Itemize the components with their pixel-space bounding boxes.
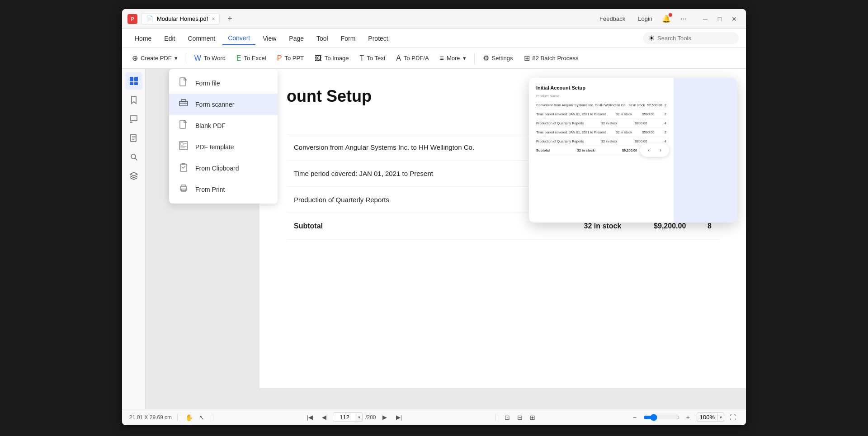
sidebar-layers-icon[interactable] bbox=[125, 167, 142, 185]
menu-item-form[interactable]: Form bbox=[335, 32, 361, 45]
menu-item-protect[interactable]: Protect bbox=[363, 32, 393, 45]
to-pdfa-label: To PDF/A bbox=[404, 55, 429, 62]
to-word-btn[interactable]: W To Word bbox=[190, 52, 230, 65]
notification-icon[interactable]: 🔔 bbox=[661, 14, 671, 24]
more-icon: ≡ bbox=[440, 54, 444, 62]
to-excel-btn[interactable]: E To Excel bbox=[232, 52, 271, 65]
zoom-arrow[interactable]: ▾ bbox=[717, 414, 724, 421]
subtotal-label: Subtotal bbox=[287, 213, 557, 240]
create-pdf-arrow: ▾ bbox=[175, 55, 178, 62]
tab-close-btn[interactable]: × bbox=[212, 16, 215, 22]
form-file-icon bbox=[178, 77, 189, 89]
maximize-btn[interactable]: □ bbox=[713, 13, 726, 25]
page-input[interactable] bbox=[333, 413, 356, 422]
dropdown-item-from-print[interactable]: From Print bbox=[169, 179, 278, 200]
page-controls: |◀ ◀ ▾ /200 ▶ ▶| bbox=[304, 412, 405, 423]
hand-tool-btn[interactable]: ✋ bbox=[183, 412, 195, 423]
menu-item-page[interactable]: Page bbox=[283, 32, 309, 45]
login-btn[interactable]: Login bbox=[634, 14, 656, 24]
dropdown-item-blank-pdf[interactable]: Blank PDF bbox=[169, 115, 278, 136]
zoom-controls: − + 100% ▾ ⛶ bbox=[629, 412, 739, 423]
thumbnail-next-btn[interactable]: › bbox=[656, 145, 665, 155]
toolbar: ⊕ Create PDF ▾ W To Word E To Excel P To… bbox=[122, 48, 746, 69]
more-btn[interactable]: ≡ More ▾ bbox=[435, 52, 471, 65]
menu-item-tool[interactable]: Tool bbox=[311, 32, 334, 45]
svg-rect-15 bbox=[181, 100, 186, 102]
more-options-btn[interactable]: ⋯ bbox=[677, 14, 690, 24]
search-box[interactable]: ☀ bbox=[643, 32, 739, 44]
prev-page-btn[interactable]: ◀ bbox=[318, 412, 330, 423]
sidebar-pages-icon[interactable] bbox=[125, 129, 142, 147]
to-image-icon: 🖼 bbox=[315, 54, 322, 62]
first-page-btn[interactable]: |◀ bbox=[304, 412, 316, 423]
file-tab[interactable]: 📄 Modular Homes.pdf × bbox=[141, 13, 220, 24]
sidebar-bookmark-icon[interactable] bbox=[125, 91, 142, 109]
thumbnail-right-panel bbox=[674, 78, 737, 223]
page-width-btn[interactable]: ⊟ bbox=[514, 412, 526, 423]
sidebar-thumbnail-icon[interactable] bbox=[125, 72, 142, 90]
svg-line-11 bbox=[135, 158, 137, 160]
last-page-btn[interactable]: ▶| bbox=[393, 412, 405, 423]
blank-pdf-label: Blank PDF bbox=[195, 122, 226, 129]
svg-point-26 bbox=[186, 188, 187, 189]
to-pdfa-btn[interactable]: A To PDF/A bbox=[392, 52, 433, 65]
divider-1 bbox=[186, 53, 186, 64]
search-input[interactable] bbox=[657, 35, 733, 42]
next-page-btn[interactable]: ▶ bbox=[379, 412, 391, 423]
close-btn[interactable]: ✕ bbox=[728, 13, 741, 25]
thumbnail-row-4: Time period covered: JAN 01, 2021 to Pre… bbox=[536, 128, 666, 137]
dropdown-item-form-file[interactable]: Form file bbox=[169, 72, 278, 94]
menu-item-home[interactable]: Home bbox=[129, 32, 157, 45]
notification-badge bbox=[669, 13, 672, 17]
dropdown-menu: Form file Form scanner Blank PDF bbox=[169, 69, 278, 204]
file-tab-title: Modular Homes.pdf bbox=[157, 15, 208, 22]
blank-pdf-icon bbox=[178, 119, 189, 132]
more-label: More bbox=[447, 55, 460, 62]
page-dropdown-arrow[interactable]: ▾ bbox=[356, 413, 362, 421]
col-header-product bbox=[287, 119, 557, 134]
from-clipboard-icon bbox=[178, 162, 189, 174]
fullscreen-btn[interactable]: ⛶ bbox=[727, 412, 739, 423]
cursor-tool-btn[interactable]: ↖ bbox=[196, 412, 208, 423]
sidebar-search-icon[interactable] bbox=[125, 148, 142, 166]
batch-process-btn[interactable]: ⊞ 82 Batch Process bbox=[519, 51, 583, 65]
thumbnail-prev-btn[interactable]: ‹ bbox=[644, 145, 654, 155]
to-text-icon: T bbox=[360, 54, 364, 62]
more-arrow: ▾ bbox=[463, 55, 466, 62]
status-divider-3 bbox=[495, 414, 496, 421]
svg-rect-3 bbox=[134, 77, 138, 81]
two-page-btn[interactable]: ⊞ bbox=[527, 412, 538, 423]
create-pdf-btn[interactable]: ⊕ Create PDF ▾ bbox=[127, 51, 182, 65]
to-image-btn[interactable]: 🖼 To Image bbox=[310, 52, 353, 65]
menu-bar: Home Edit Comment Convert View Page Tool… bbox=[122, 29, 746, 48]
minimize-btn[interactable]: ─ bbox=[699, 13, 712, 25]
menu-item-view[interactable]: View bbox=[257, 32, 282, 45]
settings-label: Settings bbox=[492, 55, 513, 62]
sidebar-comment-icon[interactable] bbox=[125, 110, 142, 128]
dropdown-item-from-clipboard[interactable]: From Clipboard bbox=[169, 157, 278, 179]
from-clipboard-label: From Clipboard bbox=[195, 165, 239, 172]
dropdown-item-pdf-template[interactable]: PDF template bbox=[169, 136, 278, 157]
menu-item-convert[interactable]: Convert bbox=[222, 32, 255, 45]
zoom-slider[interactable] bbox=[643, 414, 679, 421]
settings-btn[interactable]: ⚙ Settings bbox=[478, 51, 518, 65]
zoom-in-btn[interactable]: + bbox=[682, 412, 694, 423]
zoom-out-btn[interactable]: − bbox=[629, 412, 641, 423]
menu-item-edit[interactable]: Edit bbox=[159, 32, 180, 45]
to-text-btn[interactable]: T To Text bbox=[355, 52, 390, 65]
svg-rect-23 bbox=[182, 163, 185, 165]
title-bar: P 📄 Modular Homes.pdf × + Feedback Login… bbox=[122, 9, 746, 29]
dropdown-item-form-scanner[interactable]: Form scanner bbox=[169, 94, 278, 115]
pdf-area: Form file Form scanner Blank PDF bbox=[146, 69, 746, 409]
pdf-template-label: PDF template bbox=[195, 143, 234, 151]
status-bar: 21.01 X 29.69 cm ✋ ↖ |◀ ◀ ▾ /200 ▶ ▶| ⊡ … bbox=[122, 409, 746, 425]
to-ppt-btn[interactable]: P To PPT bbox=[273, 52, 308, 65]
zoom-value: 100% bbox=[697, 413, 717, 422]
menu-item-comment[interactable]: Comment bbox=[182, 32, 221, 45]
status-divider-2 bbox=[213, 414, 213, 421]
svg-rect-12 bbox=[180, 78, 185, 86]
batch-process-label: 82 Batch Process bbox=[533, 55, 579, 62]
feedback-btn[interactable]: Feedback bbox=[596, 14, 629, 24]
new-tab-button[interactable]: + bbox=[223, 13, 236, 25]
page-fit-btn[interactable]: ⊡ bbox=[501, 412, 513, 423]
